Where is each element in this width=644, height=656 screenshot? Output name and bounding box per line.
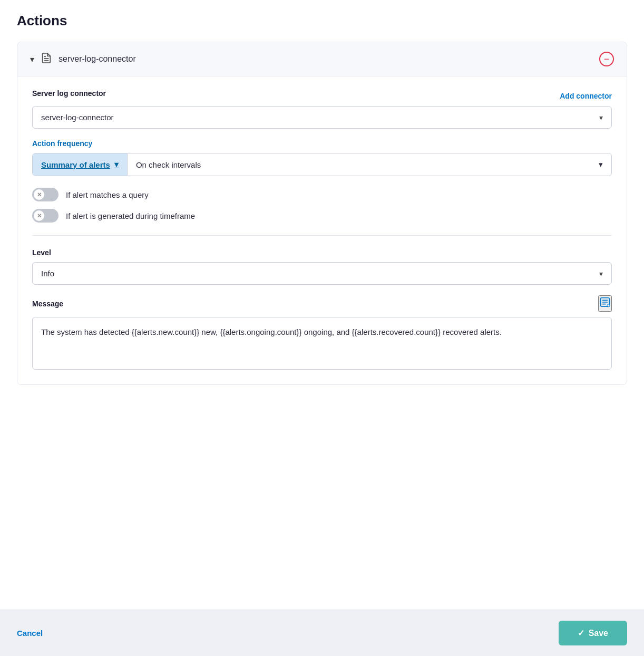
save-check-icon: ✓ <box>578 628 584 638</box>
level-select-value: Info <box>41 269 54 278</box>
timeframe-toggle-knob: ✕ <box>34 210 44 221</box>
query-toggle-label: If alert matches a query <box>66 190 149 199</box>
connector-icon <box>41 52 52 66</box>
lower-section: Level Info ▾ Message <box>32 236 612 372</box>
page-title: Actions <box>17 13 627 29</box>
level-dropdown-arrow: ▾ <box>599 269 603 278</box>
remove-button[interactable]: − <box>599 52 614 66</box>
query-toggle-knob: ✕ <box>34 189 44 200</box>
interval-select[interactable]: On check intervals ▾ <box>128 153 611 176</box>
toggles-section: ✕ If alert matches a query ✕ If alert is… <box>32 188 612 236</box>
level-select[interactable]: Info ▾ <box>32 262 612 285</box>
connector-dropdown-arrow: ▾ <box>599 113 603 122</box>
message-template-button[interactable] <box>598 295 612 312</box>
summary-dropdown-arrow: ▾ <box>114 160 119 169</box>
add-connector-link[interactable]: Add connector <box>560 92 612 100</box>
card-header-left: ▾ server-log-connector <box>30 52 136 66</box>
minus-icon: − <box>604 54 610 64</box>
cancel-button[interactable]: Cancel <box>17 629 43 638</box>
timeframe-toggle-off-icon: ✕ <box>37 213 42 219</box>
message-label: Message <box>32 300 63 308</box>
timeframe-toggle-row: ✕ If alert is generated during timeframe <box>32 209 612 223</box>
save-label: Save <box>589 629 608 638</box>
timeframe-toggle[interactable]: ✕ <box>32 209 58 223</box>
connector-header-name: server-log-connector <box>58 54 136 64</box>
save-button[interactable]: ✓ Save <box>559 621 627 645</box>
frequency-selector: Summary of alerts ▾ On check intervals ▾ <box>32 153 612 176</box>
summary-of-alerts-label: Summary of alerts <box>41 160 110 169</box>
timeframe-toggle-label: If alert is generated during timeframe <box>66 211 195 220</box>
message-header: Message <box>32 295 612 312</box>
server-log-label: Server log connector <box>32 89 106 98</box>
card-body: Server log connector Add connector serve… <box>17 76 627 384</box>
action-card: ▾ server-log-connector − Server <box>17 42 627 385</box>
chevron-down-icon: ▾ <box>30 54 34 64</box>
interval-dropdown-arrow: ▾ <box>599 160 603 169</box>
connector-select-value: server-log-connector <box>41 113 114 122</box>
connector-label-row: Server log connector Add connector <box>32 89 612 103</box>
query-toggle-off-icon: ✕ <box>37 191 42 198</box>
action-frequency-label: Action frequency <box>32 139 612 148</box>
footer: Cancel ✓ Save <box>0 610 644 656</box>
interval-label: On check intervals <box>136 160 201 169</box>
connector-select[interactable]: server-log-connector ▾ <box>32 106 612 129</box>
message-textarea[interactable]: The system has detected {{alerts.new.cou… <box>32 317 612 370</box>
level-label: Level <box>32 248 612 257</box>
card-header[interactable]: ▾ server-log-connector − <box>17 42 627 76</box>
query-toggle-row: ✕ If alert matches a query <box>32 188 612 201</box>
summary-of-alerts-button[interactable]: Summary of alerts ▾ <box>33 153 128 176</box>
query-toggle[interactable]: ✕ <box>32 188 58 201</box>
